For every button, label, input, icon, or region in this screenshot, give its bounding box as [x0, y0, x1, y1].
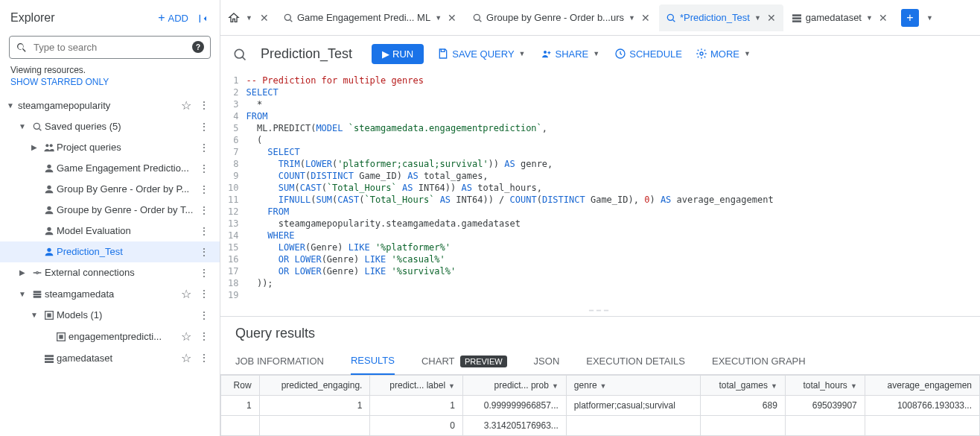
- tree-saved-queries[interactable]: ▼ Saved queries (5) ⋮: [0, 116, 220, 137]
- col-row[interactable]: Row: [221, 376, 260, 396]
- svg-point-19: [544, 51, 547, 54]
- share-icon: [541, 48, 553, 60]
- search-input[interactable]: [34, 42, 186, 53]
- close-icon[interactable]: ✕: [258, 10, 270, 25]
- tree-query-item[interactable]: Model Evaluation ⋮: [0, 221, 220, 241]
- results-table-wrap[interactable]: Row predicted_engaging. predict... label…: [220, 375, 980, 436]
- star-icon[interactable]: ☆: [178, 329, 194, 344]
- tree-project-queries[interactable]: ▶ Project queries ⋮: [0, 137, 220, 158]
- add-button[interactable]: + ADD: [158, 11, 188, 25]
- schedule-button[interactable]: SCHEDULE: [614, 48, 682, 60]
- chevron-down-icon[interactable]: ▼: [244, 14, 254, 22]
- star-icon[interactable]: ☆: [178, 98, 194, 113]
- person-icon: [42, 183, 57, 195]
- col-genre[interactable]: genre▼: [566, 376, 700, 396]
- kebab-icon[interactable]: ⋮: [194, 267, 214, 279]
- tab-gamedataset[interactable]: gamedataset ▼ ✕: [785, 4, 895, 31]
- query-icon: [665, 11, 677, 24]
- code-content[interactable]: -- Prediction for multiple genres SELECT…: [246, 75, 773, 301]
- tab-game-engagement[interactable]: Game Engagement Predi... ML ▼ ✕: [276, 4, 464, 31]
- kebab-icon[interactable]: ⋮: [194, 99, 214, 111]
- kebab-icon[interactable]: ⋮: [194, 142, 214, 154]
- tree-table-item[interactable]: gamedataset ☆ ⋮: [0, 347, 220, 369]
- chevron-right-icon[interactable]: ▶: [15, 268, 30, 277]
- tree-query-item[interactable]: Group By Genre - Order by P... ⋮: [0, 179, 220, 200]
- kebab-icon[interactable]: ⋮: [194, 352, 214, 364]
- preview-badge: PREVIEW: [460, 356, 507, 367]
- chevron-down-icon[interactable]: ▼: [3, 101, 18, 110]
- tab-results[interactable]: RESULTS: [351, 347, 395, 375]
- col-predicted-engaging[interactable]: predicted_engaging.: [259, 376, 370, 396]
- svg-point-18: [235, 49, 244, 58]
- star-icon[interactable]: ☆: [178, 351, 194, 365]
- star-icon[interactable]: ☆: [178, 287, 194, 301]
- dataset-icon: [30, 287, 45, 300]
- close-icon[interactable]: ✕: [640, 10, 652, 25]
- col-total-hours[interactable]: total_hours▼: [785, 376, 865, 396]
- chevron-down-icon[interactable]: ▼: [27, 311, 42, 319]
- resize-handle[interactable]: ━━━: [220, 304, 980, 316]
- tree-project[interactable]: ▼ steamgamepopularity ☆ ⋮: [0, 95, 220, 116]
- chevron-down-icon[interactable]: ▼: [15, 290, 30, 298]
- query-title: Prediction_Test: [261, 46, 352, 62]
- svg-point-2: [50, 145, 53, 148]
- col-avg-engagement[interactable]: average_engagemen: [865, 376, 979, 396]
- kebab-icon[interactable]: ⋮: [194, 288, 214, 300]
- kebab-icon[interactable]: ⋮: [194, 246, 214, 258]
- kebab-icon[interactable]: ⋮: [194, 162, 214, 174]
- kebab-icon[interactable]: ⋮: [194, 183, 214, 195]
- tree-models[interactable]: ▼ Models (1) ⋮: [0, 305, 220, 326]
- show-starred-link[interactable]: SHOW STARRED ONLY: [0, 77, 220, 95]
- search-input-wrap[interactable]: ?: [9, 36, 211, 59]
- resource-tree: ▼ steamgamepopularity ☆ ⋮ ▼ Saved querie…: [0, 95, 220, 436]
- person-icon: [42, 245, 57, 258]
- kebab-icon[interactable]: ⋮: [194, 121, 214, 133]
- tab-job-information[interactable]: JOB INFORMATION: [235, 348, 324, 374]
- share-button[interactable]: SHARE ▼: [541, 48, 602, 60]
- col-total-games[interactable]: total_games▼: [700, 376, 785, 396]
- more-button[interactable]: MORE ▼: [696, 48, 752, 60]
- tree-model-item[interactable]: engagementpredicti... ☆ ⋮: [0, 326, 220, 347]
- chevron-down-icon[interactable]: ▼: [865, 14, 874, 22]
- tab-execution-graph[interactable]: EXECUTION GRAPH: [712, 348, 806, 374]
- close-icon[interactable]: ✕: [446, 10, 458, 25]
- tree-query-item-selected[interactable]: Prediction_Test ⋮: [0, 241, 220, 262]
- tree-query-item[interactable]: Groupe by Genre - Order by T... ⋮: [0, 200, 220, 221]
- tabs-overflow-dropdown[interactable]: ▼: [925, 14, 935, 22]
- col-predict-prob[interactable]: predict... prob▼: [462, 376, 566, 396]
- save-query-button[interactable]: SAVE QUERY ▼: [437, 48, 526, 60]
- tab-prediction-test[interactable]: *Prediction_Test ▼ ✕: [659, 4, 783, 31]
- query-icon: [282, 11, 294, 24]
- tab-json[interactable]: JSON: [534, 348, 560, 374]
- results-table: Row predicted_engaging. predict... label…: [220, 375, 980, 436]
- kebab-icon[interactable]: ⋮: [194, 204, 214, 216]
- kebab-icon[interactable]: ⋮: [194, 330, 214, 342]
- table-row[interactable]: 0 3.314205176963...: [221, 416, 980, 436]
- tree-dataset[interactable]: ▼ steamgamedata ☆ ⋮: [0, 283, 220, 305]
- tab-execution-details[interactable]: EXECUTION DETAILS: [586, 348, 685, 374]
- col-predict-label[interactable]: predict... label▼: [370, 376, 463, 396]
- close-icon[interactable]: ✕: [877, 10, 889, 25]
- table-row[interactable]: 1 1 1 0.999999966857... platformer;casua…: [221, 396, 980, 416]
- chevron-right-icon[interactable]: ▶: [27, 143, 42, 151]
- chevron-down-icon[interactable]: ▼: [15, 122, 30, 130]
- run-button[interactable]: ▶ RUN: [372, 44, 424, 64]
- query-icon: [471, 11, 483, 24]
- chevron-down-icon[interactable]: ▼: [753, 14, 763, 22]
- new-tab-button[interactable]: +: [901, 9, 919, 27]
- tree-external-connections[interactable]: ▶ External connections ⋮: [0, 262, 220, 283]
- close-icon[interactable]: ✕: [766, 10, 777, 25]
- tab-groupe-genre[interactable]: Groupe by Genre - Order b...urs ▼ ✕: [465, 4, 658, 31]
- tree-query-item[interactable]: Game Engagement Predictio... ⋮: [0, 158, 220, 179]
- home-tab[interactable]: ▼ ✕: [223, 10, 275, 25]
- help-icon[interactable]: ?: [192, 41, 204, 53]
- chevron-down-icon[interactable]: ▼: [433, 14, 443, 22]
- kebab-icon[interactable]: ⋮: [194, 225, 214, 237]
- plus-icon: +: [158, 11, 165, 25]
- kebab-icon[interactable]: ⋮: [194, 309, 214, 321]
- collapse-sidebar-icon[interactable]: [197, 10, 209, 26]
- sql-editor[interactable]: 12345678910111213141516171819 -- Predict…: [220, 72, 980, 304]
- tab-chart[interactable]: CHART PREVIEW: [421, 348, 507, 374]
- svg-point-1: [45, 145, 48, 148]
- chevron-down-icon[interactable]: ▼: [627, 14, 637, 22]
